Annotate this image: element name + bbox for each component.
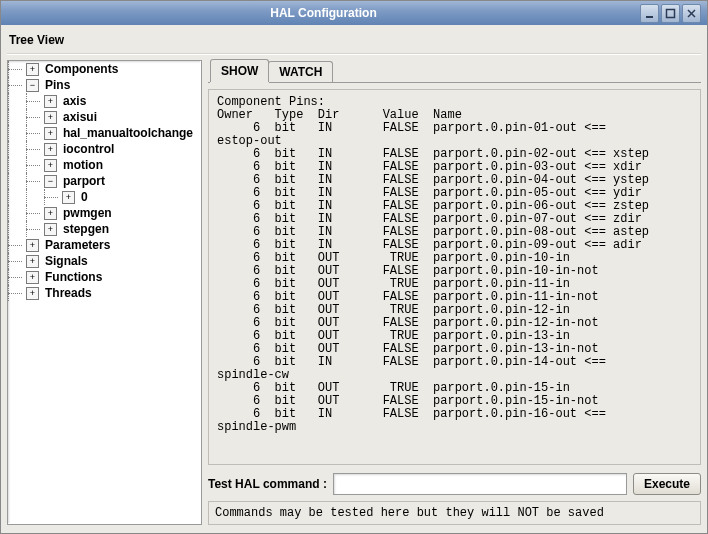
tree-expander-icon[interactable]: + <box>26 255 39 268</box>
maximize-button[interactable] <box>661 4 680 23</box>
tree-expander-icon[interactable]: + <box>44 111 57 124</box>
tree-item[interactable]: −parport <box>8 173 201 189</box>
tab-bar: SHOWWATCH <box>208 60 701 83</box>
tree-item[interactable]: +Components <box>8 61 201 77</box>
tree-item[interactable]: −Pins <box>8 77 201 93</box>
tree-item[interactable]: +Functions <box>8 269 201 285</box>
tree-item[interactable]: +hal_manualtoolchange <box>8 125 201 141</box>
tree-view-heading: Tree View <box>7 29 701 53</box>
command-input[interactable] <box>333 473 627 495</box>
tree-expander-icon[interactable]: − <box>44 175 57 188</box>
svg-rect-1 <box>667 9 675 17</box>
tree-expander-icon[interactable]: + <box>62 191 75 204</box>
tree-item-label: pwmgen <box>61 206 114 220</box>
tree-item-label: parport <box>61 174 107 188</box>
tab-watch[interactable]: WATCH <box>268 61 333 82</box>
tree-item-label: axisui <box>61 110 99 124</box>
tree-item[interactable]: +stepgen <box>8 221 201 237</box>
tree-item-label: stepgen <box>61 222 111 236</box>
tree-item[interactable]: +pwmgen <box>8 205 201 221</box>
tree-item-label: 0 <box>79 190 90 204</box>
command-label: Test HAL command : <box>208 477 327 491</box>
tree-item[interactable]: +iocontrol <box>8 141 201 157</box>
tab-show[interactable]: SHOW <box>210 59 269 82</box>
tree-item-label: iocontrol <box>61 142 116 156</box>
window-title: HAL Configuration <box>7 6 640 20</box>
tree-expander-icon[interactable]: + <box>26 287 39 300</box>
minimize-button[interactable] <box>640 4 659 23</box>
tree-expander-icon[interactable]: + <box>44 127 57 140</box>
tree-expander-icon[interactable]: + <box>44 95 57 108</box>
tree-item[interactable]: +motion <box>8 157 201 173</box>
tree-expander-icon[interactable]: + <box>44 143 57 156</box>
tree-item-label: hal_manualtoolchange <box>61 126 195 140</box>
tree-expander-icon[interactable]: + <box>26 63 39 76</box>
output-text: Component Pins: Owner Type Dir Value Nam… <box>217 96 692 434</box>
tree-expander-icon[interactable]: + <box>44 223 57 236</box>
tree-item-label: Components <box>43 62 120 76</box>
titlebar[interactable]: HAL Configuration <box>1 1 707 25</box>
tree-item[interactable]: +axisui <box>8 109 201 125</box>
close-button[interactable] <box>682 4 701 23</box>
tree-item-label: Threads <box>43 286 94 300</box>
tree-view[interactable]: +Components−Pins+axis+axisui+hal_manualt… <box>7 60 202 525</box>
tree-item-label: axis <box>61 94 88 108</box>
tree-expander-icon[interactable]: + <box>26 271 39 284</box>
tree-item-label: Functions <box>43 270 104 284</box>
tree-item-label: motion <box>61 158 105 172</box>
tree-expander-icon[interactable]: + <box>44 207 57 220</box>
tree-item[interactable]: +axis <box>8 93 201 109</box>
status-message: Commands may be tested here but they wil… <box>208 501 701 525</box>
tree-item[interactable]: +0 <box>8 189 201 205</box>
tree-item[interactable]: +Parameters <box>8 237 201 253</box>
tree-item-label: Parameters <box>43 238 112 252</box>
tree-expander-icon[interactable]: − <box>26 79 39 92</box>
tree-item[interactable]: +Threads <box>8 285 201 301</box>
tree-expander-icon[interactable]: + <box>26 239 39 252</box>
app-window: HAL Configuration Tree View +Components−… <box>0 0 708 534</box>
svg-rect-0 <box>646 16 653 18</box>
output-panel[interactable]: Component Pins: Owner Type Dir Value Nam… <box>208 89 701 465</box>
tree-item-label: Pins <box>43 78 72 92</box>
tree-expander-icon[interactable]: + <box>44 159 57 172</box>
tree-item[interactable]: +Signals <box>8 253 201 269</box>
tree-item-label: Signals <box>43 254 90 268</box>
execute-button[interactable]: Execute <box>633 473 701 495</box>
